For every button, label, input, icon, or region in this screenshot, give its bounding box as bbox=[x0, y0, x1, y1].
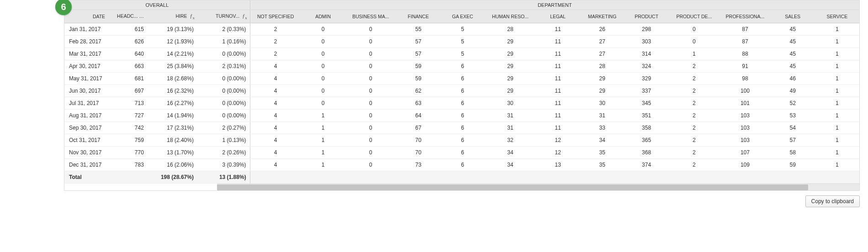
cell-turnover: 0 (0.00%) bbox=[197, 97, 250, 110]
cell-headcount: 783 bbox=[114, 159, 148, 171]
cell-dept: 109 bbox=[720, 159, 771, 171]
cell-date: Oct 31, 2017 bbox=[64, 134, 114, 147]
cell-turnover: 0 (0.00%) bbox=[197, 48, 250, 60]
cell-dept: 4 bbox=[250, 97, 301, 110]
col-dept[interactable]: HUMAN RESO... bbox=[485, 10, 536, 23]
cell-hire: 19 (3.13%) bbox=[148, 23, 197, 36]
cell-turnover: 2 (0.31%) bbox=[197, 60, 250, 73]
cell-dept: 45 bbox=[771, 60, 815, 73]
cell-dept: 0 bbox=[345, 159, 397, 171]
cell-dept: 11 bbox=[536, 48, 580, 60]
cell-hire: 25 (3.84%) bbox=[148, 60, 197, 73]
cell-dept: 87 bbox=[720, 23, 771, 36]
cell-hire: 14 (2.21%) bbox=[148, 48, 197, 60]
col-dept[interactable]: NOT SPECIFIED bbox=[250, 10, 301, 23]
cell-date: Aug 31, 2017 bbox=[64, 110, 114, 122]
cell-dept: 57 bbox=[396, 48, 440, 60]
table-row: Jan 31, 201761519 (3.13%)2 (0.33%)200555… bbox=[64, 23, 859, 36]
cell-dept: 6 bbox=[440, 134, 485, 147]
cell-dept: 28 bbox=[580, 60, 625, 73]
cell-dept: 1 bbox=[815, 110, 859, 122]
cell-date: Jan 31, 2017 bbox=[64, 23, 114, 36]
col-dept[interactable]: GA EXEC bbox=[440, 10, 485, 23]
cell-dept: 55 bbox=[396, 23, 440, 36]
total-label: Total bbox=[64, 171, 114, 184]
cell-dept: 6 bbox=[440, 73, 485, 85]
cell-dept: 27 bbox=[580, 48, 625, 60]
col-dept[interactable]: FINANCE bbox=[396, 10, 440, 23]
total-headcount bbox=[114, 171, 148, 184]
cell-dept: 1 bbox=[815, 97, 859, 110]
cell-dept: 31 bbox=[485, 110, 536, 122]
cell-dept: 27 bbox=[580, 36, 625, 48]
table-row: Apr 30, 201766325 (3.84%)2 (0.31%)400596… bbox=[64, 60, 859, 73]
cell-dept: 46 bbox=[771, 73, 815, 85]
cell-dept: 30 bbox=[485, 97, 536, 110]
total-dept bbox=[301, 171, 345, 184]
col-dept[interactable]: SERVICE bbox=[815, 10, 859, 23]
cell-hire: 16 (2.32%) bbox=[148, 85, 197, 97]
cell-hire: 18 (2.40%) bbox=[148, 134, 197, 147]
cell-dept: 103 bbox=[720, 110, 771, 122]
cell-dept: 1 bbox=[815, 147, 859, 159]
total-dept bbox=[485, 171, 536, 184]
copy-to-clipboard-button[interactable]: Copy to clipboard bbox=[805, 195, 860, 207]
cell-turnover: 2 (0.26%) bbox=[197, 147, 250, 159]
cell-dept: 53 bbox=[771, 110, 815, 122]
col-turnover[interactable]: TURNOV... ƒx bbox=[197, 10, 250, 23]
cell-dept: 35 bbox=[580, 147, 625, 159]
cell-date: Sep 30, 2017 bbox=[64, 122, 114, 134]
total-dept bbox=[625, 171, 669, 184]
col-hire[interactable]: HIRE ƒx bbox=[148, 10, 197, 23]
cell-headcount: 640 bbox=[114, 48, 148, 60]
col-dept[interactable]: ADMIN bbox=[301, 10, 345, 23]
cell-dept: 0 bbox=[345, 85, 397, 97]
cell-dept: 59 bbox=[771, 159, 815, 171]
fx-icon: ƒx bbox=[141, 13, 146, 20]
col-date[interactable]: DATE bbox=[64, 10, 114, 23]
col-dept[interactable]: PRODUCT bbox=[625, 10, 669, 23]
total-turnover: 13 (1.88%) bbox=[197, 171, 250, 184]
cell-dept: 4 bbox=[250, 159, 301, 171]
col-dept[interactable]: SALES bbox=[771, 10, 815, 23]
cell-dept: 1 bbox=[815, 85, 859, 97]
scrollbar-thumb[interactable] bbox=[217, 184, 808, 190]
cell-dept: 2 bbox=[669, 73, 720, 85]
col-dept[interactable]: LEGAL bbox=[536, 10, 580, 23]
col-dept[interactable]: PRODUCT DE... bbox=[669, 10, 720, 23]
cell-headcount: 697 bbox=[114, 85, 148, 97]
cell-date: Mar 31, 2017 bbox=[64, 48, 114, 60]
cell-dept: 345 bbox=[625, 97, 669, 110]
table-row: Mar 31, 201764014 (2.21%)0 (0.00%)200575… bbox=[64, 48, 859, 60]
cell-dept: 0 bbox=[301, 23, 345, 36]
cell-dept: 64 bbox=[396, 110, 440, 122]
cell-dept: 329 bbox=[625, 73, 669, 85]
cell-dept: 1 bbox=[301, 122, 345, 134]
cell-dept: 1 bbox=[815, 60, 859, 73]
cell-dept: 0 bbox=[345, 73, 397, 85]
cell-dept: 5 bbox=[440, 36, 485, 48]
fx-icon: ƒx bbox=[242, 13, 247, 20]
cell-hire: 16 (2.27%) bbox=[148, 97, 197, 110]
cell-dept: 34 bbox=[580, 134, 625, 147]
cell-hire: 14 (1.94%) bbox=[148, 110, 197, 122]
cell-dept: 0 bbox=[301, 60, 345, 73]
col-dept[interactable]: MARKETING bbox=[580, 10, 625, 23]
cell-date: Apr 30, 2017 bbox=[64, 60, 114, 73]
table-row: Oct 31, 201775918 (2.40%)1 (0.13%)410706… bbox=[64, 134, 859, 147]
cell-dept: 1 bbox=[301, 159, 345, 171]
group-header-department: DEPARTMENT bbox=[250, 0, 859, 10]
cell-dept: 11 bbox=[536, 60, 580, 73]
cell-dept: 4 bbox=[250, 60, 301, 73]
cell-dept: 73 bbox=[396, 159, 440, 171]
cell-dept: 4 bbox=[250, 110, 301, 122]
cell-dept: 29 bbox=[485, 73, 536, 85]
cell-dept: 5 bbox=[440, 23, 485, 36]
col-headcount[interactable]: HEADC... ƒx bbox=[114, 10, 148, 23]
table-row: Jun 30, 201769716 (2.32%)0 (0.00%)400626… bbox=[64, 85, 859, 97]
cell-turnover: 0 (0.00%) bbox=[197, 110, 250, 122]
horizontal-scrollbar[interactable] bbox=[217, 184, 859, 190]
col-dept[interactable]: BUSINESS MA... bbox=[345, 10, 397, 23]
col-dept[interactable]: PROFESSIONA... bbox=[720, 10, 771, 23]
cell-dept: 103 bbox=[720, 122, 771, 134]
